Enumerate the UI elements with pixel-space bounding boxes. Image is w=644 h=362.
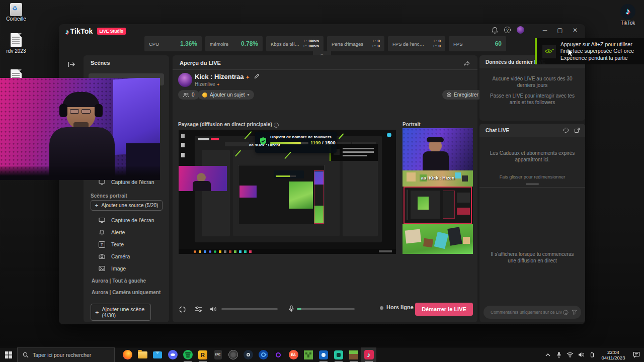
- start-button[interactable]: [0, 347, 17, 362]
- notification-bell-icon[interactable]: [492, 27, 498, 34]
- file-explorer-icon: [138, 351, 147, 358]
- taskbar-icon-epic-games[interactable]: EPIC: [210, 347, 225, 362]
- source-item[interactable]: T Texte: [84, 238, 169, 250]
- maximize-button[interactable]: ▢: [555, 27, 565, 34]
- taskbar-icon-curseforge[interactable]: [256, 347, 271, 362]
- speaker-icon[interactable]: [210, 306, 217, 312]
- tiktok-shortcut-label: TikTok: [616, 20, 640, 26]
- landscape-preview[interactable]: Objectif de nombre de followers 1199 / 1…: [179, 130, 396, 254]
- monitor-icon: [99, 217, 105, 223]
- mic-slider[interactable]: [297, 308, 355, 310]
- tray-microphone-icon[interactable]: [553, 347, 565, 362]
- record-label: Enregistrer: [454, 92, 478, 98]
- camera-icon: [99, 253, 105, 259]
- stat-value: 60: [495, 40, 502, 47]
- taskbar-icon-firefox[interactable]: [120, 347, 135, 362]
- stat-label: mémoire: [210, 41, 228, 47]
- taskbar-icon-ea[interactable]: EA: [286, 347, 301, 362]
- tiktok-icon: ♪: [364, 350, 374, 359]
- notification-center-icon[interactable]: [629, 347, 644, 362]
- taskbar-search[interactable]: Taper ici pour rechercher: [17, 347, 115, 362]
- taskbar-icon-steam[interactable]: [240, 347, 256, 362]
- divider: [173, 69, 477, 70]
- volume-slider[interactable]: [221, 308, 278, 310]
- taskbar-icon-tiktok-active[interactable]: ♪: [361, 347, 376, 362]
- source-item[interactable]: Image: [84, 262, 169, 275]
- chat-popout-icon[interactable]: [574, 127, 580, 133]
- add-topic-button[interactable]: Ajouter un sujet ▾: [198, 90, 254, 100]
- info-icon[interactable]: i: [274, 123, 279, 128]
- stream-overlay-text: aa !Kick : Hizent: [249, 143, 280, 147]
- moonlight-icon: [319, 350, 328, 359]
- chat-filter-icon[interactable]: [572, 310, 577, 315]
- close-button[interactable]: ✕: [571, 27, 580, 34]
- titlebar-actions: ? ─ ▢ ✕: [492, 26, 580, 34]
- source-item[interactable]: Capture de l'écran: [84, 214, 169, 226]
- taskbar-icon-mail[interactable]: [150, 347, 165, 362]
- chat-input[interactable]: [490, 309, 563, 315]
- tray-date: 04/11/2023: [598, 355, 629, 360]
- viewer-count: 0: [192, 92, 195, 98]
- microphone-icon[interactable]: [288, 305, 294, 313]
- portrait-preview[interactable]: aa !Kick : Hizen: [403, 128, 473, 254]
- stat-label: Kbps de téléverse...: [271, 41, 302, 47]
- curseforge-icon: [259, 350, 268, 359]
- refresh-icon[interactable]: [179, 306, 186, 313]
- tray-network-icon[interactable]: [565, 347, 576, 362]
- taskbar-icon-discord[interactable]: [165, 347, 180, 362]
- source-item[interactable]: Caméra: [84, 250, 169, 262]
- resize-drag-handle[interactable]: [526, 184, 539, 185]
- taskbar-icon-moonlight[interactable]: [316, 347, 331, 362]
- taskbar-icon-file-explorer[interactable]: [135, 347, 150, 362]
- filters-icon[interactable]: [195, 306, 202, 313]
- help-icon[interactable]: ?: [504, 27, 511, 33]
- desktop-icon-recycle-bin[interactable]: Corbeille: [4, 3, 28, 22]
- scene-item-aurora-camera[interactable]: Aurora | Caméra uniquement: [84, 286, 160, 299]
- account-subname: Hizenlive ✦: [195, 81, 220, 87]
- share-icon[interactable]: [463, 60, 470, 66]
- coin-icon: [202, 93, 207, 98]
- ea-icon: EA: [289, 350, 298, 359]
- taskbar-icon-opera-gx[interactable]: [271, 347, 286, 362]
- chevron-down-icon: ▾: [248, 93, 250, 97]
- tray-clock[interactable]: 22:04 04/11/2023: [598, 349, 629, 360]
- taskbar-icon-prism[interactable]: [331, 347, 346, 362]
- desktop-icon-tiktok[interactable]: ♪ TikTok: [616, 4, 640, 26]
- taskbar-icon-minecraft[interactable]: [346, 347, 361, 362]
- tray-expand-icon[interactable]: [542, 347, 553, 362]
- user-avatar[interactable]: [517, 26, 524, 34]
- last-live-data-panel: Données du dernier LIVE Aucune vidéo LIV…: [479, 55, 585, 121]
- stat-values: L:0 P:0: [433, 39, 441, 49]
- source-item[interactable]: Alerte: [84, 226, 169, 238]
- chat-settings-icon[interactable]: [563, 127, 569, 133]
- record-button[interactable]: Enregistrer: [442, 90, 483, 100]
- mention-icon[interactable]: [563, 310, 569, 315]
- epic-games-icon: EPIC: [214, 350, 222, 359]
- add-scene-button[interactable]: + Ajouter une scène(4/30): [91, 304, 151, 321]
- expand-sidebar-icon[interactable]: [68, 61, 75, 67]
- tray-usb-icon[interactable]: [587, 347, 598, 362]
- minimize-button[interactable]: ─: [540, 27, 549, 34]
- taskbar-icon-rockstar[interactable]: R: [195, 347, 210, 362]
- taskbar-icon-spotify[interactable]: [180, 347, 195, 362]
- add-source-label: Ajouter une source (5/20): [102, 203, 158, 208]
- desktop-icon-rdv2023[interactable]: rdv 2023: [4, 33, 28, 54]
- minecraft-grass-icon: [349, 350, 358, 359]
- scene-item-aurora-left[interactable]: Aurora | Tout à gauche: [84, 275, 146, 287]
- tray-volume-icon[interactable]: [576, 347, 587, 362]
- start-live-button[interactable]: Démarrer le LIVE: [415, 303, 473, 316]
- document-icon: [11, 33, 22, 47]
- live-studio-badge: LIVE Studio: [97, 28, 126, 35]
- edit-pencil-icon[interactable]: [254, 73, 260, 79]
- taskbar-icon-creeper[interactable]: [301, 347, 316, 362]
- taskbar-icon-medal[interactable]: [225, 347, 240, 362]
- chat-empty-text: Il s'affichera lorsque tu commenceras un…: [479, 188, 585, 264]
- nvidia-notification[interactable]: Appuyez sur Alt+Z pour utiliser l'interf…: [535, 38, 644, 64]
- add-topic-label: Ajouter un sujet: [210, 92, 245, 98]
- scenes-panel-title: Scènes: [84, 55, 169, 69]
- account-avatar[interactable]: [178, 73, 192, 87]
- add-scene-label: Ajouter une scène(4/30): [102, 306, 145, 318]
- add-source-button[interactable]: + Ajouter une source (5/20): [91, 200, 163, 211]
- stat-label: CPU: [149, 41, 159, 47]
- sparkle-icon: ✦: [246, 75, 250, 80]
